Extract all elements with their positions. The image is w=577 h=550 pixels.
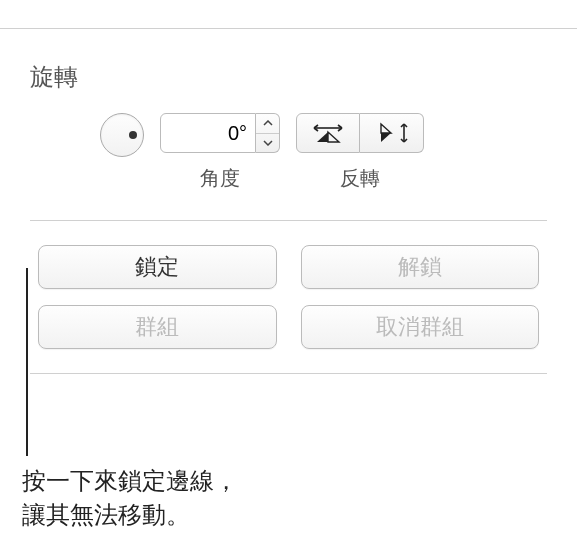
callout-text: 按一下來鎖定邊線， 讓其無法移動。	[22, 464, 238, 531]
angle-column: 角度	[160, 113, 280, 192]
flip-horizontal-icon	[311, 122, 345, 144]
flip-horizontal-button[interactable]	[296, 113, 360, 153]
flip-button-group	[296, 113, 424, 153]
angle-input[interactable]	[160, 113, 256, 153]
ungroup-button[interactable]: 取消群組	[301, 305, 540, 349]
lock-button[interactable]: 鎖定	[38, 245, 277, 289]
flip-label: 反轉	[340, 165, 380, 192]
unlock-button[interactable]: 解鎖	[301, 245, 540, 289]
angle-label: 角度	[200, 165, 240, 192]
lock-group-grid: 鎖定 解鎖 群組 取消群組	[38, 245, 539, 349]
callout-line-2: 讓其無法移動。	[22, 498, 238, 532]
rotate-controls-row: 角度	[30, 113, 547, 192]
divider-2	[30, 373, 547, 374]
angle-step-up[interactable]	[256, 114, 279, 134]
arrange-panel: 旋轉 角度	[0, 28, 577, 394]
angle-input-group	[160, 113, 280, 153]
rotate-dial-column	[100, 113, 144, 157]
callout-line-1: 按一下來鎖定邊線，	[22, 464, 238, 498]
angle-step-down[interactable]	[256, 134, 279, 153]
rotation-dial[interactable]	[100, 113, 144, 157]
rotate-section-title: 旋轉	[30, 61, 547, 93]
angle-stepper	[256, 113, 280, 153]
flip-vertical-icon	[375, 122, 409, 144]
flip-column: 反轉	[296, 113, 424, 192]
group-button[interactable]: 群組	[38, 305, 277, 349]
callout-leader-line	[26, 268, 28, 456]
divider-1	[30, 220, 547, 221]
flip-vertical-button[interactable]	[360, 113, 424, 153]
